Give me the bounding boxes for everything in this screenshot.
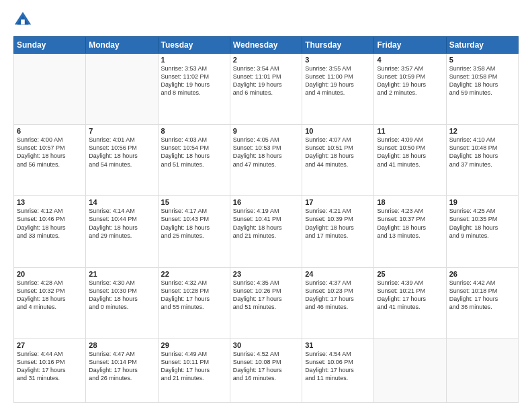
day-info: Sunrise: 4:47 AM Sunset: 10:14 PM Daylig… <box>89 350 154 383</box>
calendar-day-cell: 10Sunrise: 4:07 AM Sunset: 10:51 PM Dayl… <box>302 125 374 196</box>
calendar-week-row: 27Sunrise: 4:44 AM Sunset: 10:16 PM Dayl… <box>14 338 519 402</box>
day-number: 17 <box>305 198 371 206</box>
day-number: 4 <box>377 56 443 64</box>
day-number: 15 <box>161 198 227 206</box>
day-info: Sunrise: 4:52 AM Sunset: 10:08 PM Daylig… <box>233 350 299 383</box>
day-info: Sunrise: 3:58 AM Sunset: 10:58 PM Daylig… <box>449 64 515 97</box>
calendar-day-cell: 7Sunrise: 4:01 AM Sunset: 10:56 PM Dayli… <box>86 125 158 196</box>
day-info: Sunrise: 4:01 AM Sunset: 10:56 PM Daylig… <box>89 136 154 169</box>
logo <box>13 11 35 30</box>
calendar-day-cell: 1Sunrise: 3:53 AM Sunset: 11:02 PM Dayli… <box>158 54 230 125</box>
day-info: Sunrise: 4:49 AM Sunset: 10:11 PM Daylig… <box>161 350 227 383</box>
calendar-day-cell: 27Sunrise: 4:44 AM Sunset: 10:16 PM Dayl… <box>14 338 86 402</box>
calendar-day-cell: 14Sunrise: 4:14 AM Sunset: 10:44 PM Dayl… <box>86 196 158 267</box>
day-info: Sunrise: 4:54 AM Sunset: 10:06 PM Daylig… <box>305 350 371 383</box>
day-number: 13 <box>17 198 83 206</box>
day-number: 28 <box>89 341 154 349</box>
day-info: Sunrise: 4:25 AM Sunset: 10:35 PM Daylig… <box>449 207 515 240</box>
day-number: 18 <box>377 198 443 206</box>
calendar-week-row: 6Sunrise: 4:00 AM Sunset: 10:57 PM Dayli… <box>14 125 519 196</box>
weekday-header-friday: Friday <box>374 37 446 54</box>
calendar-day-cell: 13Sunrise: 4:12 AM Sunset: 10:46 PM Dayl… <box>14 196 86 267</box>
logo-icon <box>13 11 32 30</box>
calendar-day-cell: 24Sunrise: 4:37 AM Sunset: 10:23 PM Dayl… <box>302 267 374 338</box>
calendar-day-cell: 30Sunrise: 4:52 AM Sunset: 10:08 PM Dayl… <box>230 338 302 402</box>
day-info: Sunrise: 4:37 AM Sunset: 10:23 PM Daylig… <box>305 279 371 312</box>
day-info: Sunrise: 3:55 AM Sunset: 11:00 PM Daylig… <box>305 64 371 97</box>
weekday-header-saturday: Saturday <box>446 37 518 54</box>
day-info: Sunrise: 4:10 AM Sunset: 10:48 PM Daylig… <box>449 136 515 169</box>
calendar-day-cell: 23Sunrise: 4:35 AM Sunset: 10:26 PM Dayl… <box>230 267 302 338</box>
day-number: 3 <box>305 56 371 64</box>
day-number: 20 <box>17 270 83 278</box>
day-number: 1 <box>161 56 227 64</box>
day-number: 21 <box>89 270 154 278</box>
calendar-day-cell: 16Sunrise: 4:19 AM Sunset: 10:41 PM Dayl… <box>230 196 302 267</box>
calendar-day-cell <box>14 54 86 125</box>
day-info: Sunrise: 4:21 AM Sunset: 10:39 PM Daylig… <box>305 207 371 240</box>
day-number: 25 <box>377 270 443 278</box>
weekday-header-wednesday: Wednesday <box>230 37 302 54</box>
day-info: Sunrise: 4:14 AM Sunset: 10:44 PM Daylig… <box>89 207 154 240</box>
calendar-day-cell: 4Sunrise: 3:57 AM Sunset: 10:59 PM Dayli… <box>374 54 446 125</box>
day-number: 19 <box>449 198 515 206</box>
day-info: Sunrise: 4:05 AM Sunset: 10:53 PM Daylig… <box>233 136 299 169</box>
day-number: 30 <box>233 341 299 349</box>
calendar-day-cell: 19Sunrise: 4:25 AM Sunset: 10:35 PM Dayl… <box>446 196 518 267</box>
day-info: Sunrise: 4:17 AM Sunset: 10:43 PM Daylig… <box>161 207 227 240</box>
day-number: 12 <box>449 127 515 135</box>
day-number: 29 <box>161 341 227 349</box>
day-info: Sunrise: 4:23 AM Sunset: 10:37 PM Daylig… <box>377 207 443 240</box>
day-info: Sunrise: 4:35 AM Sunset: 10:26 PM Daylig… <box>233 279 299 312</box>
day-info: Sunrise: 3:57 AM Sunset: 10:59 PM Daylig… <box>377 64 443 97</box>
day-info: Sunrise: 4:03 AM Sunset: 10:54 PM Daylig… <box>161 136 227 169</box>
day-info: Sunrise: 4:28 AM Sunset: 10:32 PM Daylig… <box>17 279 83 312</box>
calendar-week-row: 13Sunrise: 4:12 AM Sunset: 10:46 PM Dayl… <box>14 196 519 267</box>
calendar-table: SundayMondayTuesdayWednesdayThursdayFrid… <box>13 36 519 403</box>
weekday-header-monday: Monday <box>86 37 158 54</box>
calendar-day-cell: 15Sunrise: 4:17 AM Sunset: 10:43 PM Dayl… <box>158 196 230 267</box>
calendar-day-cell: 3Sunrise: 3:55 AM Sunset: 11:00 PM Dayli… <box>302 54 374 125</box>
day-number: 8 <box>161 127 227 135</box>
page: SundayMondayTuesdayWednesdayThursdayFrid… <box>0 0 532 411</box>
day-info: Sunrise: 4:42 AM Sunset: 10:18 PM Daylig… <box>449 279 515 312</box>
calendar-day-cell: 8Sunrise: 4:03 AM Sunset: 10:54 PM Dayli… <box>158 125 230 196</box>
day-number: 5 <box>449 56 515 64</box>
day-info: Sunrise: 4:44 AM Sunset: 10:16 PM Daylig… <box>17 350 83 383</box>
weekday-header-sunday: Sunday <box>14 37 86 54</box>
calendar-day-cell: 17Sunrise: 4:21 AM Sunset: 10:39 PM Dayl… <box>302 196 374 267</box>
calendar-day-cell: 28Sunrise: 4:47 AM Sunset: 10:14 PM Dayl… <box>86 338 158 402</box>
weekday-header-tuesday: Tuesday <box>158 37 230 54</box>
calendar-week-row: 20Sunrise: 4:28 AM Sunset: 10:32 PM Dayl… <box>14 267 519 338</box>
calendar-day-cell: 25Sunrise: 4:39 AM Sunset: 10:21 PM Dayl… <box>374 267 446 338</box>
day-info: Sunrise: 4:19 AM Sunset: 10:41 PM Daylig… <box>233 207 299 240</box>
day-info: Sunrise: 4:39 AM Sunset: 10:21 PM Daylig… <box>377 279 443 312</box>
svg-rect-2 <box>21 19 25 24</box>
day-number: 23 <box>233 270 299 278</box>
day-info: Sunrise: 4:32 AM Sunset: 10:28 PM Daylig… <box>161 279 227 312</box>
weekday-header-row: SundayMondayTuesdayWednesdayThursdayFrid… <box>14 37 519 54</box>
calendar-day-cell: 5Sunrise: 3:58 AM Sunset: 10:58 PM Dayli… <box>446 54 518 125</box>
calendar-day-cell: 29Sunrise: 4:49 AM Sunset: 10:11 PM Dayl… <box>158 338 230 402</box>
day-number: 16 <box>233 198 299 206</box>
calendar-day-cell: 2Sunrise: 3:54 AM Sunset: 11:01 PM Dayli… <box>230 54 302 125</box>
day-number: 26 <box>449 270 515 278</box>
day-info: Sunrise: 3:54 AM Sunset: 11:01 PM Daylig… <box>233 64 299 97</box>
weekday-header-thursday: Thursday <box>302 37 374 54</box>
day-info: Sunrise: 4:12 AM Sunset: 10:46 PM Daylig… <box>17 207 83 240</box>
day-number: 14 <box>89 198 154 206</box>
day-info: Sunrise: 4:30 AM Sunset: 10:30 PM Daylig… <box>89 279 154 312</box>
day-info: Sunrise: 3:53 AM Sunset: 11:02 PM Daylig… <box>161 64 227 97</box>
calendar-day-cell: 18Sunrise: 4:23 AM Sunset: 10:37 PM Dayl… <box>374 196 446 267</box>
calendar-day-cell: 21Sunrise: 4:30 AM Sunset: 10:30 PM Dayl… <box>86 267 158 338</box>
day-number: 9 <box>233 127 299 135</box>
day-number: 27 <box>17 341 83 349</box>
day-info: Sunrise: 4:00 AM Sunset: 10:57 PM Daylig… <box>17 136 83 169</box>
day-number: 31 <box>305 341 371 349</box>
day-number: 2 <box>233 56 299 64</box>
day-number: 7 <box>89 127 154 135</box>
calendar-day-cell: 20Sunrise: 4:28 AM Sunset: 10:32 PM Dayl… <box>14 267 86 338</box>
calendar-day-cell: 22Sunrise: 4:32 AM Sunset: 10:28 PM Dayl… <box>158 267 230 338</box>
header <box>13 11 519 30</box>
calendar-day-cell: 26Sunrise: 4:42 AM Sunset: 10:18 PM Dayl… <box>446 267 518 338</box>
